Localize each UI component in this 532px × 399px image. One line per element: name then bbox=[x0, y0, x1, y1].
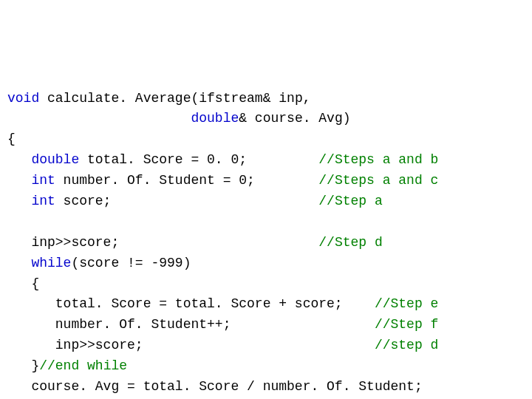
code-line: double total. Score = 0. 0; //Steps a an… bbox=[7, 150, 525, 171]
code-line: while(score != -999) bbox=[7, 253, 525, 274]
comment: //end while bbox=[39, 358, 127, 373]
code-text: score; bbox=[55, 194, 318, 208]
code-text: (score != -999) bbox=[71, 256, 191, 270]
code-line: void calculate. Average(ifstream& inp, bbox=[7, 89, 525, 109]
code-line: int score; //Step a bbox=[7, 191, 525, 212]
code-line: number. Of. Student++; //Step f bbox=[7, 315, 525, 335]
code-line: course. Avg = total. Score / number. Of.… bbox=[7, 377, 525, 398]
comment: //Step e bbox=[375, 296, 438, 311]
keyword: double bbox=[31, 152, 79, 167]
code-text bbox=[7, 111, 191, 126]
code-text: number. Of. Student = 0; bbox=[55, 173, 318, 188]
code-text: course. Avg = total. Score / number. Of.… bbox=[31, 379, 422, 394]
code-text bbox=[7, 214, 16, 229]
keyword: double bbox=[191, 111, 239, 126]
code-block: void calculate. Average(ifstream& inp, d… bbox=[7, 89, 525, 399]
code-text: } bbox=[31, 358, 39, 373]
code-line: { bbox=[7, 129, 525, 150]
code-text: total. Score = total. Score + score; bbox=[55, 296, 375, 311]
comment: //Step f bbox=[375, 317, 438, 332]
code-text: total. Score = 0. 0; bbox=[79, 152, 318, 167]
code-line: double& course. Avg) bbox=[7, 109, 525, 129]
comment: //step d bbox=[375, 338, 438, 352]
code-text: { bbox=[31, 276, 39, 291]
code-line: inp>>score; //step d bbox=[7, 335, 525, 356]
code-line: }//end while bbox=[7, 356, 525, 377]
comment: //Steps a and c bbox=[318, 173, 438, 188]
keyword: while bbox=[31, 256, 71, 270]
code-text: inp>>score; bbox=[55, 338, 375, 352]
code-text: { bbox=[7, 132, 16, 146]
code-line: inp>>score; //Step d bbox=[7, 233, 525, 253]
code-line: { bbox=[7, 274, 525, 295]
code-line: total. Score = total. Score + score; //S… bbox=[7, 294, 525, 315]
code-text: & course. Avg) bbox=[239, 111, 350, 126]
code-line: int number. Of. Student = 0; //Steps a a… bbox=[7, 171, 525, 191]
code-text: number. Of. Student++; bbox=[55, 317, 375, 332]
keyword: int bbox=[31, 173, 55, 188]
code-line bbox=[7, 212, 525, 233]
code-text: inp>>score; bbox=[31, 235, 318, 250]
comment: //Step a bbox=[318, 194, 382, 208]
comment: //Steps a and b bbox=[318, 152, 438, 167]
code-text: calculate. Average(ifstream& inp, bbox=[39, 91, 310, 106]
comment: //Step d bbox=[318, 235, 382, 250]
keyword: void bbox=[7, 91, 39, 106]
keyword: int bbox=[31, 194, 55, 208]
